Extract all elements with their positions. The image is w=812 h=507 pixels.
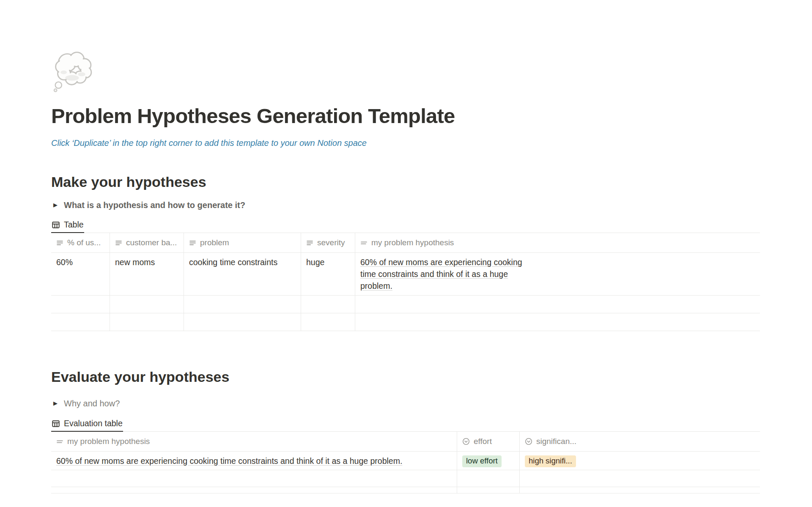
select-property-icon xyxy=(462,438,470,445)
table-view-icon xyxy=(52,419,60,428)
hypotheses-table-empty-row[interactable] xyxy=(51,296,760,313)
evaluation-table-header-row: my problem hypothesis effort significan.… xyxy=(51,432,760,452)
view-tabbar-evaluation: Evaluation table xyxy=(51,416,760,432)
toggle-triangle-icon[interactable]: ▶ xyxy=(51,397,64,410)
section-heading-evaluate-hypotheses: Evaluate your hypotheses xyxy=(51,367,760,386)
text-property-icon xyxy=(189,239,196,247)
hypothesis-title-link[interactable]: 60% of new moms are experiencing cooking… xyxy=(56,455,402,467)
column-header-problem[interactable]: problem xyxy=(184,233,301,252)
column-header-customer-base[interactable]: customer ba... xyxy=(110,233,184,252)
cell-severity[interactable]: huge xyxy=(301,253,355,295)
cell-percent-of-users[interactable]: 60% xyxy=(51,253,110,295)
page-title: Problem Hypotheses Generation Template xyxy=(51,104,760,128)
text-property-icon xyxy=(56,239,63,247)
tab-label: Table xyxy=(64,220,84,230)
table-view-icon xyxy=(52,221,60,229)
notion-page: Problem Hypotheses Generation Template C… xyxy=(51,49,760,493)
section-heading-make-hypotheses: Make your hypotheses xyxy=(51,173,760,191)
toggle-label: What is a hypothesis and how to generate… xyxy=(64,199,245,211)
hypotheses-table-row-1: 60% new moms cooking time constraints hu… xyxy=(51,253,760,296)
column-header-significance[interactable]: significan... xyxy=(520,432,760,451)
toggle-label: Why and how? xyxy=(64,397,120,410)
column-header-my-problem-hypothesis[interactable]: my problem hypothesis xyxy=(51,432,457,451)
thought-balloon-cloud-graphic xyxy=(53,49,98,94)
view-tabbar-table: Table xyxy=(51,217,760,233)
cell-customer-base[interactable]: new moms xyxy=(110,253,184,295)
title-property-icon xyxy=(360,239,368,247)
text-property-icon xyxy=(115,239,122,247)
cell-problem[interactable]: cooking time constraints xyxy=(184,253,301,295)
text-property-icon xyxy=(306,239,313,247)
cell-significance[interactable]: high signifi... xyxy=(520,452,760,470)
evaluation-table: my problem hypothesis effort significan.… xyxy=(51,432,760,493)
hypotheses-table-header-row: % of us... customer ba... problem severi… xyxy=(51,233,760,253)
page-subtitle: Click ‘Duplicate’ in the top right corne… xyxy=(51,137,760,149)
hypotheses-table-empty-row[interactable] xyxy=(51,313,760,331)
tab-table-view[interactable]: Table xyxy=(51,217,84,233)
hypothesis-title-link[interactable]: 60% of new moms are experiencing cooking… xyxy=(360,256,527,292)
toggle-what-is-a-hypothesis[interactable]: ▶ What is a hypothesis and how to genera… xyxy=(51,199,760,211)
toggle-why-and-how[interactable]: ▶ Why and how? xyxy=(51,397,760,410)
evaluation-table-empty-row[interactable] xyxy=(51,487,760,493)
evaluation-table-empty-row[interactable] xyxy=(51,470,760,487)
column-header-severity[interactable]: severity xyxy=(301,233,355,252)
column-header-effort[interactable]: effort xyxy=(457,432,520,451)
cell-hypothesis-title[interactable]: 60% of new moms are experiencing cooking… xyxy=(355,253,760,295)
cell-effort[interactable]: low effort xyxy=(457,452,520,470)
significance-tag[interactable]: high signifi... xyxy=(525,455,576,467)
page-icon-thought-balloon-emoji[interactable] xyxy=(53,49,98,94)
tab-label: Evaluation table xyxy=(64,419,123,428)
column-header-my-problem-hypothesis[interactable]: my problem hypothesis xyxy=(355,233,760,252)
toggle-triangle-icon[interactable]: ▶ xyxy=(51,199,64,211)
evaluation-table-row-1: 60% of new moms are experiencing cooking… xyxy=(51,452,760,470)
cell-hypothesis-title[interactable]: 60% of new moms are experiencing cooking… xyxy=(51,452,457,470)
tab-evaluation-table-view[interactable]: Evaluation table xyxy=(51,416,123,432)
select-property-icon xyxy=(525,438,532,445)
column-header-percent-of-users[interactable]: % of us... xyxy=(51,233,110,252)
hypotheses-table: % of us... customer ba... problem severi… xyxy=(51,233,760,331)
title-property-icon xyxy=(56,438,63,445)
effort-tag[interactable]: low effort xyxy=(462,455,502,467)
